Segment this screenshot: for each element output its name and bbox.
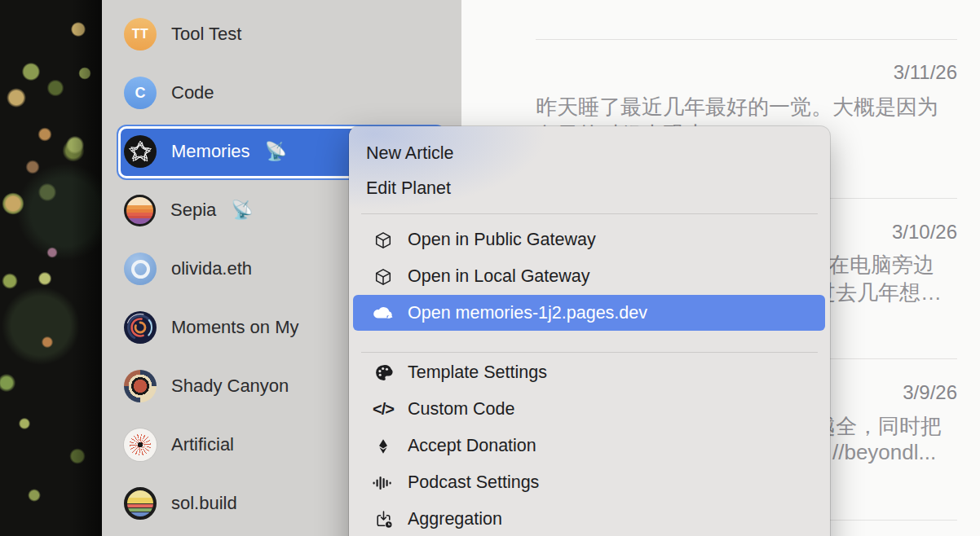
menu-item-label: Open in Local Gateway [408,266,590,287]
menu-item-template-settings[interactable]: Template Settings [349,354,830,391]
planet-avatar-sol-build [124,487,157,520]
satellite-dish-icon: 📡 [231,200,253,221]
ethereum-icon [371,437,395,455]
download-clock-icon [371,509,395,529]
menu-item-label: Custom Code [408,399,514,420]
memories-star-icon [124,135,157,168]
menu-item-custom-code[interactable]: </> Custom Code [349,391,830,428]
planet-avatar-memories [124,135,157,168]
menu-item-accept-donation[interactable]: Accept Donation [349,428,830,464]
menu-item-label: Accept Donation [408,436,536,456]
moments-swirl-icon [124,311,157,344]
menu-item-aggregation[interactable]: Aggregation [349,501,830,536]
menu-item-label: Template Settings [408,362,547,383]
article-date: 3/10/26 [892,221,957,244]
planet-avatar-artificial [124,428,157,461]
sidebar-item-label: Tool Test [171,24,241,45]
sidebar-item-label: Moments on My [171,317,299,338]
planet-avatar-tool-test: TT [124,18,157,51]
cube-icon [371,231,395,250]
menu-item-label: Edit Planet [366,178,451,199]
sidebar-item-tool-test[interactable]: TT Tool Test [102,5,461,64]
menu-item-podcast-settings[interactable]: Podcast Settings [349,464,830,501]
planet-avatar-sepia [124,195,156,226]
article-summary-line: //beyondl... [832,440,936,465]
article-separator [536,39,957,40]
satellite-dish-icon: 📡 [265,141,287,162]
sidebar-item-label: Memories [171,141,250,162]
waveform-icon [371,473,395,493]
sidebar-item-label: Artificial [171,434,234,455]
sidebar-item-label: Sepia [170,200,216,221]
menu-item-new-article[interactable]: New Article [349,136,830,171]
menu-item-label: Podcast Settings [408,472,539,493]
menu-item-label: New Article [366,143,454,164]
ring-icon [131,260,150,279]
palette-icon [371,362,395,383]
desktop-wallpaper [0,0,102,536]
sidebar-item-code[interactable]: C Code [102,64,461,122]
planet-avatar-shady-canyon [124,370,157,402]
sidebar-item-label: Code [171,82,214,103]
menu-item-open-public-gateway[interactable]: Open in Public Gateway [349,222,830,258]
cloudflare-cloud-icon [370,305,395,320]
menu-item-label: Open in Public Gateway [408,230,596,250]
menu-item-open-local-gateway[interactable]: Open in Local Gateway [349,258,830,295]
article-summary-line: 昨天睡了最近几年最好的一觉。大概是因为 [536,93,938,121]
menu-item-edit-planet[interactable]: Edit Planet [349,171,830,206]
article-summary-line: 过去几年想… [814,279,942,307]
article-summary-line: 越全，同时把 [814,412,942,441]
menu-item-label: Open memories-1j2.pages.dev [408,303,647,323]
sidebar-item-label: sol.build [171,493,237,514]
planet-context-menu: New Article Edit Planet Open in Public G… [349,126,830,536]
avatar-initials: C [135,85,146,102]
sidebar-item-label: olivida.eth [171,258,252,279]
article-date: 3/11/26 [894,61,957,84]
menu-separator [361,213,818,214]
sidebar-item-label: Shady Canyon [171,376,289,397]
menu-separator [361,352,818,353]
article-date: 3/9/26 [903,381,957,404]
planet-avatar-moments [124,311,157,344]
menu-item-label: Aggregation [408,509,502,529]
menu-item-open-pages-dev[interactable]: Open memories-1j2.pages.dev [353,295,825,331]
code-icon: </> [371,400,395,419]
cube-icon [371,267,395,287]
planet-avatar-code: C [124,77,157,109]
article-summary-line: 在电脑旁边 [828,251,934,279]
planet-avatar-olivida [124,253,157,285]
avatar-initials: TT [132,27,149,42]
